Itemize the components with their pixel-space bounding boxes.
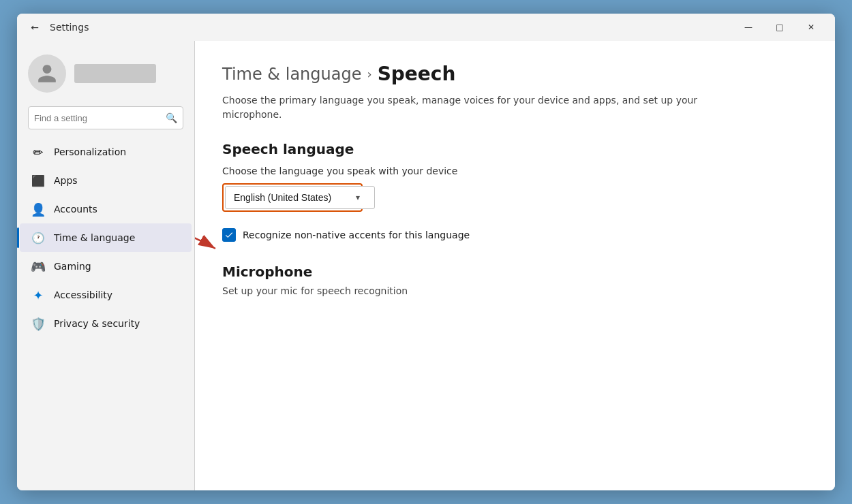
sidebar-item-accessibility[interactable]: ✦ Accessibility	[20, 281, 192, 309]
accessibility-icon: ✦	[31, 287, 46, 302]
sidebar-item-accounts[interactable]: 👤 Accounts	[20, 195, 192, 223]
language-dropdown-wrapper[interactable]: English (United States) English (United …	[222, 183, 363, 212]
language-dropdown[interactable]: English (United States) English (United …	[225, 186, 375, 209]
sidebar-label-personalization: Personalization	[54, 146, 126, 157]
breadcrumb: Time & language › Speech	[222, 63, 808, 85]
avatar	[28, 54, 66, 93]
speech-language-subtitle: Choose the language you speak with your …	[222, 166, 808, 176]
window-title: Settings	[50, 22, 89, 33]
maximize-button[interactable]: □	[764, 16, 795, 38]
microphone-description: Set up your mic for speech recognition	[222, 285, 808, 296]
breadcrumb-parent: Time & language	[222, 65, 361, 84]
sidebar-label-privacy-security: Privacy & security	[54, 318, 140, 329]
checkmark-icon	[224, 230, 234, 240]
user-icon	[36, 63, 58, 84]
arrow-annotation	[195, 221, 222, 262]
search-box[interactable]: 🔍	[28, 106, 183, 129]
sidebar-item-apps[interactable]: ⬛ Apps	[20, 166, 192, 195]
nav-list: ✏️ Personalization ⬛ Apps 👤 Accounts 🕐 T…	[17, 138, 194, 490]
search-icon[interactable]: 🔍	[166, 112, 177, 123]
apps-icon: ⬛	[31, 173, 46, 188]
sidebar-item-privacy-security[interactable]: 🛡️ Privacy & security	[20, 309, 192, 338]
breadcrumb-current: Speech	[378, 63, 456, 85]
user-name-placeholder	[74, 64, 156, 83]
minimize-button[interactable]: —	[733, 16, 764, 38]
speech-language-title: Speech language	[222, 141, 808, 157]
back-button[interactable]: ←	[25, 18, 44, 37]
gaming-icon: 🎮	[31, 259, 46, 274]
privacy-icon: 🛡️	[31, 316, 46, 331]
sidebar-label-gaming: Gaming	[54, 261, 91, 272]
content-area: Time & language › Speech Choose the prim…	[195, 41, 835, 490]
sidebar-item-time-language[interactable]: 🕐 Time & language	[20, 223, 192, 252]
microphone-title: Microphone	[222, 264, 808, 280]
accounts-icon: 👤	[31, 202, 46, 217]
accent-checkbox-row: Recognize non-native accents for this la…	[222, 228, 808, 242]
sidebar: 🔍 ✏️ Personalization ⬛ Apps 👤 Accounts 🕐	[17, 41, 194, 490]
page-description: Choose the primary language you speak, m…	[222, 93, 699, 122]
microphone-section: Microphone Set up your mic for speech re…	[222, 264, 808, 296]
close-button[interactable]: ✕	[795, 16, 827, 38]
search-input[interactable]	[34, 113, 166, 123]
sidebar-label-accounts: Accounts	[54, 204, 97, 215]
sidebar-label-time-language: Time & language	[54, 232, 135, 243]
sidebar-label-apps: Apps	[54, 175, 78, 186]
title-bar: ← Settings — □ ✕	[17, 14, 835, 41]
sidebar-label-accessibility: Accessibility	[54, 289, 112, 300]
window-controls: — □ ✕	[733, 16, 827, 38]
personalization-icon: ✏️	[31, 144, 46, 159]
sidebar-item-personalization[interactable]: ✏️ Personalization	[20, 138, 192, 166]
speech-language-section: Speech language Choose the language you …	[222, 141, 808, 228]
breadcrumb-arrow: ›	[367, 67, 371, 81]
main-layout: 🔍 ✏️ Personalization ⬛ Apps 👤 Accounts 🕐	[17, 41, 835, 490]
accent-checkbox-label: Recognize non-native accents for this la…	[243, 230, 470, 240]
user-section	[17, 46, 194, 104]
time-language-icon: 🕐	[31, 230, 46, 245]
sidebar-item-gaming[interactable]: 🎮 Gaming	[20, 252, 192, 281]
accent-checkbox[interactable]	[222, 228, 236, 242]
settings-window: ← Settings — □ ✕	[17, 14, 835, 490]
